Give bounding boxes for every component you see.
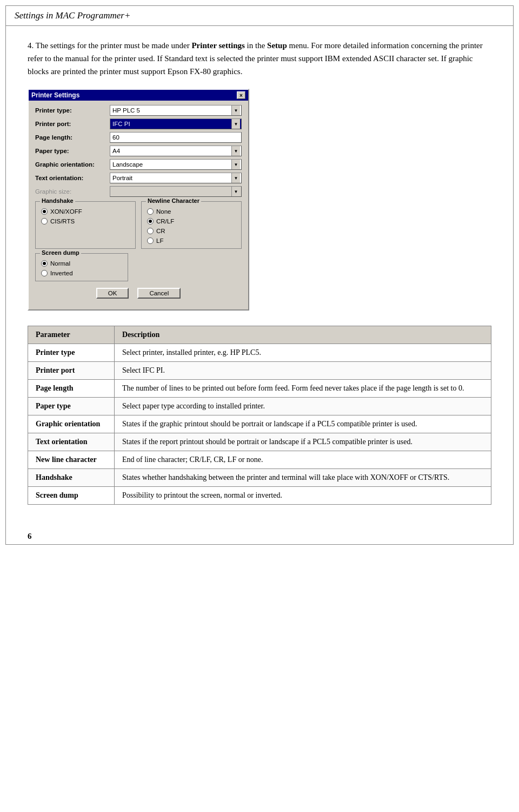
col-header-description: Description [115, 326, 491, 344]
table-row: Screen dump Possibility to printout the … [28, 487, 491, 505]
param-text-orientation: Text orientation [28, 433, 115, 451]
param-printer-type: Printer type [28, 344, 115, 362]
intro-bold-setup: Setup [267, 41, 287, 50]
table-row: Paper type Select paper type according t… [28, 398, 491, 415]
radio-lf-row: LF [147, 237, 236, 244]
table-row: Graphic orientation States if the graphi… [28, 415, 491, 433]
label-page-length: Page length: [35, 134, 110, 141]
radio-crlf[interactable] [147, 218, 154, 225]
param-graphic-orientation: Graphic orientation [28, 415, 115, 433]
dialog-close-button[interactable]: × [237, 91, 245, 99]
table-row: Page length The number of lines to be pr… [28, 380, 491, 398]
radio-lf[interactable] [147, 237, 154, 244]
table-row: Text orientation States if the report pr… [28, 433, 491, 451]
select-graphic-orientation-arrow: ▼ [231, 160, 240, 169]
select-paper-type-arrow: ▼ [231, 146, 240, 156]
radio-inverted-row: Inverted [41, 270, 122, 276]
label-graphic-orientation: Graphic orientation: [35, 161, 110, 168]
form-row-paper-type: Paper type: A4 ▼ [35, 146, 242, 156]
select-printer-port-value: IFC PI [111, 121, 231, 127]
dialog-titlebar: Printer Settings × [29, 90, 248, 101]
radio-xon-xoff-row: XON/XOFF [41, 208, 130, 215]
form-row-page-length: Page length: 60 [35, 132, 242, 143]
select-graphic-orientation[interactable]: Landscape ▼ [110, 159, 242, 170]
select-printer-type-value: HP PLC 5 [111, 107, 231, 114]
table-row: Handshake States whether handshaking bet… [28, 469, 491, 487]
radio-cr-row: CR [147, 228, 236, 234]
form-row-printer-port: Printer port: IFC PI ▼ [35, 118, 242, 129]
select-paper-type-value: A4 [111, 148, 231, 154]
label-paper-type: Paper type: [35, 148, 110, 154]
parameter-table: Parameter Description Printer type Selec… [28, 326, 491, 505]
dialog-title: Printer Settings [31, 91, 79, 99]
groups-row: Handshake XON/XOFF CIS/RTS [35, 201, 242, 249]
param-new-line-character: New line character [28, 451, 115, 469]
col-header-parameter: Parameter [28, 326, 115, 344]
table-row: Printer type Select printer, installed p… [28, 344, 491, 362]
select-printer-port[interactable]: IFC PI ▼ [110, 118, 242, 129]
radio-normal[interactable] [41, 260, 48, 267]
cancel-button[interactable]: Cancel [137, 288, 181, 299]
select-text-orientation[interactable]: Portrait ▼ [110, 173, 242, 183]
intro-text-2: in the [245, 41, 267, 50]
desc-printer-port: Select IFC PI. [115, 362, 491, 380]
table-row: Printer port Select IFC PI. [28, 362, 491, 380]
select-paper-type[interactable]: A4 ▼ [110, 146, 242, 156]
input-page-length[interactable]: 60 [110, 132, 242, 143]
radio-cis-rts[interactable] [41, 218, 48, 225]
page-wrapper: Settings in MAC Programmer+ 4. The setti… [5, 5, 514, 545]
intro-paragraph: 4. The settings for the printer must be … [28, 39, 491, 78]
dialog-footer: OK Cancel [35, 286, 242, 304]
radio-xon-xoff[interactable] [41, 208, 48, 215]
intro-text-1: 4. The settings for the printer must be … [28, 41, 191, 50]
radio-inverted-label: Inverted [50, 270, 73, 276]
screen-dump-spacer [134, 253, 242, 281]
radio-normal-label: Normal [50, 260, 70, 267]
radio-cr[interactable] [147, 228, 154, 234]
radio-none[interactable] [147, 208, 154, 215]
radio-cr-label: CR [156, 228, 165, 234]
radio-normal-row: Normal [41, 260, 122, 267]
param-screen-dump: Screen dump [28, 487, 115, 505]
radio-cis-rts-row: CIS/RTS [41, 218, 130, 225]
select-text-orientation-arrow: ▼ [231, 173, 240, 183]
desc-handshake: States whether handshaking between the p… [115, 469, 491, 487]
page-footer: 6 [6, 526, 513, 544]
label-graphic-size: Graphic size: [35, 188, 110, 195]
select-text-orientation-value: Portrait [111, 175, 231, 181]
dialog-body: Printer type: HP PLC 5 ▼ Printer port: I… [29, 101, 248, 309]
desc-page-length: The number of lines to be printed out be… [115, 380, 491, 398]
desc-new-line-character: End of line character; CR/LF, CR, LF or … [115, 451, 491, 469]
handshake-group: Handshake XON/XOFF CIS/RTS [35, 201, 136, 249]
page-number: 6 [28, 532, 32, 540]
radio-inverted[interactable] [41, 270, 48, 276]
select-printer-type[interactable]: HP PLC 5 ▼ [110, 105, 242, 116]
newline-group: Newline Character None CR/LF [141, 201, 242, 249]
param-paper-type: Paper type [28, 398, 115, 415]
form-row-graphic-size: Graphic size: ▼ [35, 186, 242, 197]
screen-dump-legend: Screen dump [40, 249, 81, 256]
select-printer-port-arrow: ▼ [231, 119, 240, 129]
select-graphic-orientation-value: Landscape [111, 161, 231, 168]
newline-legend: Newline Character [146, 197, 201, 204]
param-handshake: Handshake [28, 469, 115, 487]
dialog-container: Printer Settings × Printer type: HP PLC … [28, 89, 491, 311]
select-graphic-size-arrow: ▼ [231, 187, 240, 196]
radio-lf-label: LF [156, 237, 163, 244]
screen-dump-row: Screen dump Normal Inverted [35, 253, 242, 281]
page-title: Settings in MAC Programmer+ [15, 10, 130, 21]
radio-crlf-label: CR/LF [156, 218, 174, 225]
handshake-legend: Handshake [40, 197, 75, 204]
input-page-length-value: 60 [112, 134, 119, 141]
desc-printer-type: Select printer, installed printer, e.g. … [115, 344, 491, 362]
form-row-printer-type: Printer type: HP PLC 5 ▼ [35, 105, 242, 116]
select-graphic-size: ▼ [110, 186, 242, 197]
page-header: Settings in MAC Programmer+ [6, 6, 513, 26]
desc-paper-type: Select paper type according to installed… [115, 398, 491, 415]
ok-button[interactable]: OK [96, 288, 129, 299]
table-row: New line character End of line character… [28, 451, 491, 469]
page-content: 4. The settings for the printer must be … [6, 26, 513, 526]
radio-crlf-row: CR/LF [147, 218, 236, 225]
radio-xon-xoff-label: XON/XOFF [50, 208, 82, 215]
screen-dump-group: Screen dump Normal Inverted [35, 253, 128, 281]
